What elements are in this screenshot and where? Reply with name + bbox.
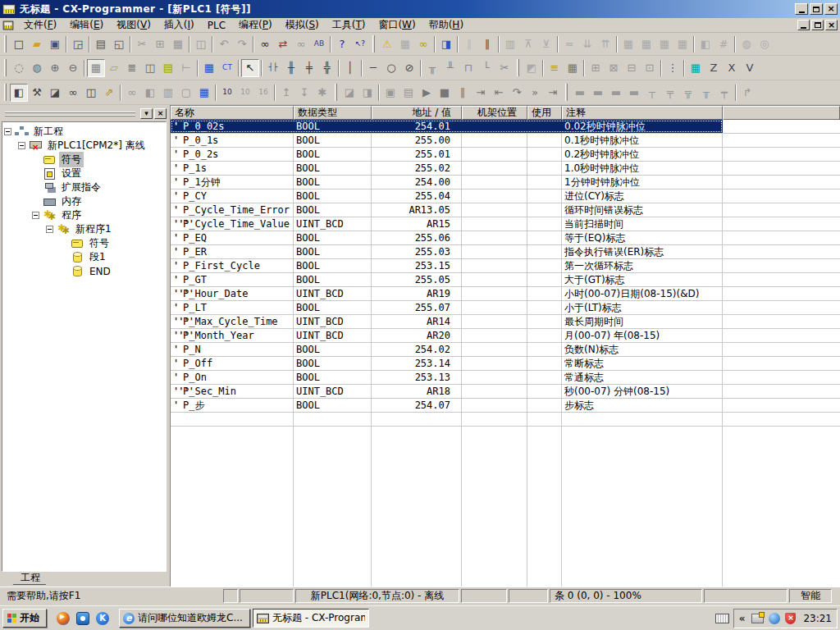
tool-program-check[interactable]: ▥ [501, 35, 519, 53]
column-header-usage[interactable]: 使用 [527, 106, 562, 120]
tool-work-online[interactable]: ◨ [437, 35, 455, 53]
tool-new-vertical-line[interactable]: │ [341, 59, 359, 77]
column-header-blank[interactable] [723, 106, 840, 120]
tool-step-in[interactable]: ⇤ [490, 84, 508, 102]
tool-paste[interactable]: ▦ [169, 35, 187, 53]
symbol-row-P_EQ[interactable]: 'P_EQBOOL255.06等于(EQ)标志 [171, 231, 840, 245]
tree-item-plc[interactable]: 新PLC1[CPM2*] 离线 [2, 139, 166, 153]
workspace-grip[interactable] [5, 112, 135, 116]
security-alert-icon[interactable] [785, 613, 796, 624]
tool-find-reference[interactable]: ∞ [292, 35, 310, 53]
tool-insert-rung-above[interactable]: ⊞ [587, 59, 605, 77]
tool-show-grid[interactable]: ▦ [87, 59, 105, 77]
menu-program[interactable]: 编程(P) [232, 17, 279, 33]
symbol-row-P_0_2s[interactable]: 'P_0_2sBOOL255.010.2秒时钟脉冲位 [171, 148, 840, 162]
tree-item-global-symbols[interactable]: 符号 [2, 153, 166, 167]
symbol-row-P_GT[interactable]: 'P_GTBOOL255.05大于(GT)标志 [171, 273, 840, 287]
tool-show-io-comment[interactable]: CT [218, 59, 236, 77]
tool-find-warning[interactable]: ∞ [414, 35, 432, 53]
tree-item-settings[interactable]: 设置 [2, 167, 166, 180]
tool-simulation-pause[interactable]: ‖ [454, 84, 472, 102]
tool-plc-memory[interactable]: ◧ [696, 35, 714, 53]
menu-simulation[interactable]: 模拟(S) [279, 17, 326, 33]
tool-online-edit-rungs[interactable]: ◩ [523, 59, 541, 77]
tool-save[interactable]: ▣ [46, 35, 64, 53]
tool-delete-rung[interactable]: ⊠ [605, 59, 623, 77]
msn-messenger-icon[interactable] [76, 612, 89, 625]
child-minimize-button[interactable] [797, 20, 810, 30]
taskbar-cx-programmer-task[interactable]: 无标题 - CX-Program... [253, 609, 369, 628]
workspace-pin-button[interactable]: ▾ [140, 108, 153, 119]
tool-watch-values[interactable]: ⋮ [664, 59, 682, 77]
tool-new-contact[interactable]: ┤├ [264, 59, 282, 77]
tool-show-tree[interactable]: ⊢ [177, 59, 195, 77]
expander-icon[interactable] [4, 128, 11, 135]
tool-monitor-decimal[interactable]: 10 [218, 84, 236, 102]
column-header-name[interactable]: 名称 [171, 106, 294, 120]
tool-show-rungs[interactable]: ▤ [159, 59, 177, 77]
tool-differential-z[interactable]: Z [705, 59, 723, 77]
tool-trace-read[interactable]: ╦ [679, 84, 697, 102]
media-player-icon[interactable] [57, 612, 70, 625]
symbol-row-P_ER[interactable]: 'P_ERBOOL255.03指令执行错误(ER)标志 [171, 245, 840, 259]
tool-differential-x[interactable]: X [723, 59, 741, 77]
symbol-row-P_Off[interactable]: 'P_OffBOOL253.14常断标志 [171, 357, 840, 371]
tool-print-preview[interactable]: ◱ [110, 35, 128, 53]
symbol-row-P_0_1s[interactable]: 'P_0_1sBOOL255.000.1秒时钟脉冲位 [171, 134, 840, 148]
tool-delete-line[interactable]: ✂ [495, 59, 514, 77]
menu-help[interactable]: 帮助(H) [422, 17, 470, 33]
tool-new-file[interactable]: □ [10, 35, 28, 53]
input-method-icon[interactable] [751, 614, 764, 623]
tool-clear-all-breakpoints[interactable]: ▬ [625, 84, 643, 102]
symbol-row-P_步[interactable]: 'P_步BOOL254.07步标志 [171, 399, 840, 413]
tool-clear-breakpoint[interactable]: ▬ [607, 84, 625, 102]
tool-online-edit-begin[interactable]: ◪ [340, 84, 358, 102]
tool-undo[interactable]: ↶ [215, 35, 233, 53]
menu-window[interactable]: 窗口(W) [372, 17, 422, 33]
menu-tools[interactable]: 工具(T) [326, 17, 372, 33]
tool-force-off[interactable]: ↧ [295, 84, 313, 102]
tool-monitor-hold[interactable]: ▣ [381, 84, 399, 102]
child-window-icon[interactable] [3, 21, 14, 30]
tray-chevron-icon[interactable]: « [739, 613, 746, 624]
taskbar-browser-task[interactable]: 请问哪位知道欧姆龙C... [119, 609, 250, 628]
tool-keyboard-mapping[interactable]: ▦ [564, 59, 582, 77]
tool-new-corner[interactable]: └ [477, 59, 495, 77]
symbol-row-P_Max_Cycle_Time[interactable]: ''''P_Max_Cycle_TimeUINT_BCDAR14最长周期时间 [171, 315, 840, 329]
tool-io-comment-view[interactable]: ▢ [177, 84, 195, 102]
tool-copy[interactable]: ⊞ [151, 35, 169, 53]
tool-zoom-tool[interactable]: ◌ [10, 59, 28, 77]
tree-item-memory[interactable]: 内存 [2, 194, 166, 208]
menu-edit[interactable]: 编辑(E) [63, 17, 110, 33]
tool-new-or-contact[interactable]: ╪ [300, 59, 318, 77]
tool-simulation-run[interactable]: ▶ [418, 84, 436, 102]
network-globe-icon[interactable] [769, 613, 780, 624]
tool-plc-settings[interactable]: ▦ [637, 35, 655, 53]
tool-force-on[interactable]: ↥ [277, 84, 295, 102]
tool-scan-run[interactable]: ⇥ [544, 84, 562, 102]
tool-pause[interactable]: ‖ [478, 35, 496, 53]
workspace-close-button[interactable]: × [154, 108, 167, 119]
tool-trace-stop[interactable]: ╤ [661, 84, 679, 102]
start-button[interactable]: 开始 [2, 609, 47, 628]
tool-monitor-hold-run[interactable]: ▤ [399, 84, 418, 102]
tool-toggle-project-window[interactable]: ◧ [10, 84, 28, 102]
tool-toggle-local-symbols[interactable]: ◫ [82, 84, 100, 102]
tool-enable-breakpoint[interactable]: ▬ [589, 84, 607, 102]
symbol-row-P_CY[interactable]: 'P_CYBOOL255.04进位(CY)标志 [171, 189, 840, 203]
tool-toggle-watch-window[interactable]: ◪ [46, 84, 64, 102]
tool-show-mnemonics[interactable]: ▦ [200, 59, 218, 77]
tool-program-check-options[interactable]: ⊼ [519, 35, 537, 53]
tool-hex-monitor-table[interactable]: ▦ [195, 84, 213, 102]
tool-new-instruction-closed[interactable]: ╨ [441, 59, 459, 77]
tool-online-edit-send[interactable]: ◨ [358, 84, 377, 102]
tool-trace-settings[interactable]: ╥ [697, 84, 715, 102]
tree-item-programs[interactable]: 程序 [2, 208, 166, 222]
symbol-row-P_N[interactable]: 'P_NBOOL254.02负数(N)标志 [171, 343, 840, 357]
tool-new-closed-contact[interactable]: ╫ [282, 59, 300, 77]
tool-memory-card[interactable]: ▦ [655, 35, 673, 53]
tool-browse-instructions[interactable]: ≡ [546, 59, 564, 77]
tool-find[interactable]: ∞ [256, 35, 274, 53]
tool-trace-clear[interactable]: ┯ [715, 84, 733, 102]
kugou-icon[interactable] [96, 612, 109, 625]
